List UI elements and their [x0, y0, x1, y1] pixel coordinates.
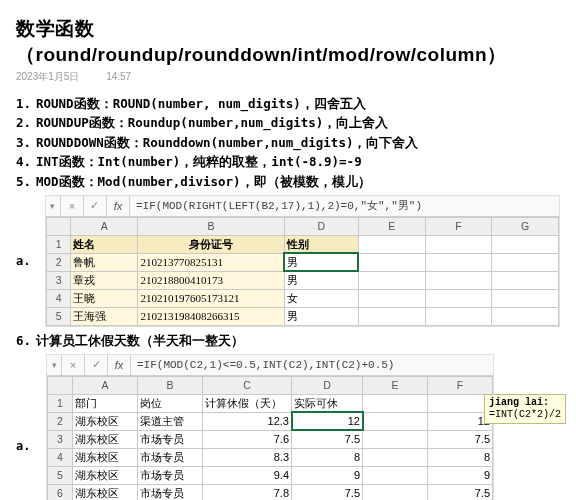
cell[interactable]: 性别	[284, 235, 358, 253]
cell[interactable]: 湖东校区	[73, 484, 138, 500]
cell[interactable]	[425, 289, 492, 307]
cell[interactable]: 湖东校区	[73, 466, 138, 484]
cell[interactable]: 市场专员	[138, 466, 203, 484]
cell[interactable]: 王海强	[71, 307, 138, 325]
cell[interactable]	[363, 484, 428, 500]
cell-selected[interactable]: 12	[292, 412, 363, 430]
cell[interactable]	[363, 412, 428, 430]
cancel-icon[interactable]: ×	[61, 196, 84, 216]
cell[interactable]: 男	[284, 271, 358, 289]
col-head[interactable]: D	[292, 376, 363, 394]
cell[interactable]	[358, 235, 425, 253]
cell[interactable]: 市场专员	[138, 448, 203, 466]
col-head[interactable]: D	[284, 217, 358, 235]
cell[interactable]: 身份证号	[138, 235, 284, 253]
row-head[interactable]: 3	[46, 271, 70, 289]
cell[interactable]: 渠道主管	[138, 412, 203, 430]
cell[interactable]	[358, 271, 425, 289]
cell[interactable]: 8	[428, 448, 493, 466]
row-head[interactable]: 6	[48, 484, 73, 500]
cell[interactable]	[363, 430, 428, 448]
col-head[interactable]: F	[428, 376, 493, 394]
row-head[interactable]: 5	[46, 307, 70, 325]
row-head[interactable]: 4	[48, 448, 73, 466]
cell-selected[interactable]: 男	[284, 253, 358, 271]
cell[interactable]	[358, 307, 425, 325]
cell[interactable]	[363, 448, 428, 466]
cell[interactable]: 9.4	[203, 466, 292, 484]
cell[interactable]: 市场专员	[138, 484, 203, 500]
cell[interactable]	[363, 394, 428, 412]
cell[interactable]: 计算休假（天）	[203, 394, 292, 412]
grid-1[interactable]: A B C D E F G 1 姓名 身份证号 性别 2 鲁帆 21021377…	[46, 217, 559, 326]
cell[interactable]	[492, 235, 559, 253]
cell[interactable]: 210210197605173121	[138, 289, 284, 307]
cell[interactable]: 9	[292, 466, 363, 484]
cell[interactable]: 7.5	[428, 430, 493, 448]
cell[interactable]: 实际可休	[292, 394, 363, 412]
row-head[interactable]: 4	[46, 289, 70, 307]
name-box-drop-icon[interactable]: ▾	[46, 196, 61, 216]
col-head[interactable]: C	[203, 376, 292, 394]
cell[interactable]: 7.5	[292, 430, 363, 448]
formula-input[interactable]: =IF(MOD(RIGHT(LEFT(B2,17),1),2)=0,"女","男…	[130, 198, 559, 213]
cell[interactable]: 7.6	[203, 430, 292, 448]
cell[interactable]: 210213770825131	[138, 253, 284, 271]
col-head[interactable]: A	[71, 217, 138, 235]
cell[interactable]: 8.3	[203, 448, 292, 466]
cell[interactable]: 女	[284, 289, 358, 307]
cell[interactable]: 9	[428, 466, 493, 484]
cell[interactable]: 岗位	[138, 394, 203, 412]
cell[interactable]: 市场专员	[138, 430, 203, 448]
cell[interactable]: 湖东校区	[73, 448, 138, 466]
col-head[interactable]: E	[363, 376, 428, 394]
row-head[interactable]: 5	[48, 466, 73, 484]
row-head[interactable]: 2	[48, 412, 73, 430]
cell[interactable]: 7.8	[203, 484, 292, 500]
cell[interactable]	[363, 466, 428, 484]
row-head[interactable]: 1	[46, 235, 70, 253]
col-head[interactable]: G	[492, 217, 559, 235]
cell[interactable]	[425, 271, 492, 289]
enter-icon[interactable]: ✓	[85, 355, 108, 375]
cell[interactable]	[492, 271, 559, 289]
cell[interactable]: 7.5	[292, 484, 363, 500]
cell[interactable]: 12.3	[203, 412, 292, 430]
cell[interactable]: 姓名	[71, 235, 138, 253]
col-head[interactable]: E	[358, 217, 425, 235]
grid-2[interactable]: A B C D E F 1 部门 岗位 计算休假（天） 实际可休 2 湖东校区 …	[47, 376, 493, 500]
cell[interactable]: 8	[292, 448, 363, 466]
cell[interactable]: 章戎	[71, 271, 138, 289]
cell[interactable]: 湖东校区	[73, 412, 138, 430]
col-head[interactable]: B	[138, 376, 203, 394]
fx-icon[interactable]: fx	[107, 196, 130, 216]
cell[interactable]	[428, 394, 493, 412]
row-head[interactable]: 3	[48, 430, 73, 448]
cell[interactable]	[492, 289, 559, 307]
cell[interactable]	[358, 253, 425, 271]
cancel-icon[interactable]: ×	[62, 355, 85, 375]
row-head[interactable]: 2	[46, 253, 70, 271]
name-box-drop-icon[interactable]: ▾	[47, 355, 62, 375]
enter-icon[interactable]: ✓	[84, 196, 107, 216]
cell[interactable]	[425, 253, 492, 271]
cell[interactable]	[492, 253, 559, 271]
cell[interactable]: 湖东校区	[73, 430, 138, 448]
cell-with-note[interactable]: 12	[428, 412, 493, 430]
cell[interactable]	[358, 289, 425, 307]
col-head[interactable]: F	[425, 217, 492, 235]
cell[interactable]	[425, 235, 492, 253]
cell[interactable]: 男	[284, 307, 358, 325]
cell[interactable]: 部门	[73, 394, 138, 412]
row-head[interactable]: 1	[48, 394, 73, 412]
fx-icon[interactable]: fx	[108, 355, 131, 375]
col-head[interactable]: B	[138, 217, 284, 235]
cell[interactable]: 鲁帆	[71, 253, 138, 271]
cell[interactable]: 7.5	[428, 484, 493, 500]
cell[interactable]	[425, 307, 492, 325]
cell[interactable]: 210218800410173	[138, 271, 284, 289]
col-head[interactable]: A	[73, 376, 138, 394]
formula-input[interactable]: =IF(MOD(C2,1)<=0.5,INT(C2),INT(C2)+0.5)	[131, 359, 493, 371]
cell[interactable]: 王晓	[71, 289, 138, 307]
cell[interactable]	[492, 307, 559, 325]
